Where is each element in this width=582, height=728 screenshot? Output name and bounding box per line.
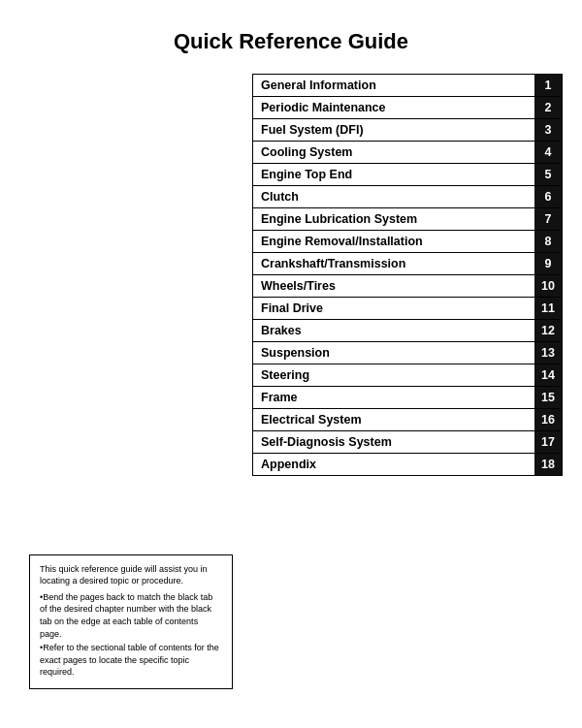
toc-item-number: 4 [534,142,562,163]
toc-area: General Information1Periodic Maintenance… [0,74,582,475]
toc-item-number: 2 [534,97,562,118]
toc-item-number: 5 [534,164,562,185]
toc-item-label: Self-Diagnosis System [253,431,534,453]
toc-item-number: 17 [534,431,562,453]
toc-item-label: Brakes [253,320,534,341]
toc-row: Engine Lubrication System7 [252,207,563,231]
toc-item-label: Engine Top End [253,164,534,185]
toc-item-number: 3 [534,119,562,141]
toc-item-number: 10 [534,275,562,297]
toc-item-number: 18 [534,454,562,475]
toc-item-label: Engine Removal/Installation [253,231,534,252]
note-box: This quick reference guide will assist y… [29,554,233,689]
toc-item-number: 7 [534,208,562,230]
toc-item-number: 12 [534,320,562,341]
toc-item-number: 9 [534,253,562,274]
toc-item-label: Periodic Maintenance [253,97,534,118]
note-bullet: •Bend the pages back to match the black … [40,591,222,640]
toc-row: Steering14 [252,364,563,387]
toc-row: Periodic Maintenance2 [252,96,563,119]
toc-row: Cooling System4 [252,141,563,164]
toc-row: Self-Diagnosis System17 [252,430,563,454]
toc-item-label: Frame [253,387,534,408]
toc-item-number: 14 [534,364,562,386]
toc-item-label: Steering [253,364,534,386]
toc-row: Engine Top End5 [252,163,563,186]
toc-row: Crankshaft/Transmission9 [252,252,563,275]
toc-row: Final Drive11 [252,297,563,320]
toc-item-number: 15 [534,387,562,408]
toc-item-label: Fuel System (DFI) [253,119,534,141]
toc-row: Suspension13 [252,341,563,364]
toc-item-label: General Information [253,75,534,96]
page: Quick Reference Guide General Informatio… [0,0,582,728]
toc-item-number: 8 [534,231,562,252]
toc-row: General Information1 [252,74,563,97]
toc-item-label: Appendix [253,454,534,475]
toc-item-label: Wheels/Tires [253,275,534,297]
toc-item-label: Clutch [253,186,534,207]
toc-row: Appendix18 [252,453,563,476]
toc-item-label: Engine Lubrication System [253,208,534,230]
toc-row: Clutch6 [252,185,563,208]
toc-item-label: Cooling System [253,142,534,163]
toc-item-number: 1 [534,75,562,96]
note-bullet: •Refer to the sectional table of content… [40,642,222,679]
toc-row: Electrical System16 [252,408,563,431]
toc-item-number: 6 [534,186,562,207]
toc-item-number: 16 [534,409,562,430]
toc-item-label: Electrical System [253,409,534,430]
note-text: This quick reference guide will assist y… [40,563,222,587]
toc-item-label: Final Drive [253,298,534,319]
toc-item-label: Crankshaft/Transmission [253,253,534,274]
toc-item-number: 13 [534,342,562,364]
toc-item-number: 11 [534,298,562,319]
toc-item-label: Suspension [253,342,534,364]
toc-row: Brakes12 [252,319,563,342]
page-title: Quick Reference Guide [0,0,582,74]
toc-row: Engine Removal/Installation8 [252,230,563,253]
toc-row: Wheels/Tires10 [252,274,563,298]
toc-row: Fuel System (DFI)3 [252,118,563,142]
toc-table: General Information1Periodic Maintenance… [252,74,563,475]
toc-row: Frame15 [252,386,563,409]
